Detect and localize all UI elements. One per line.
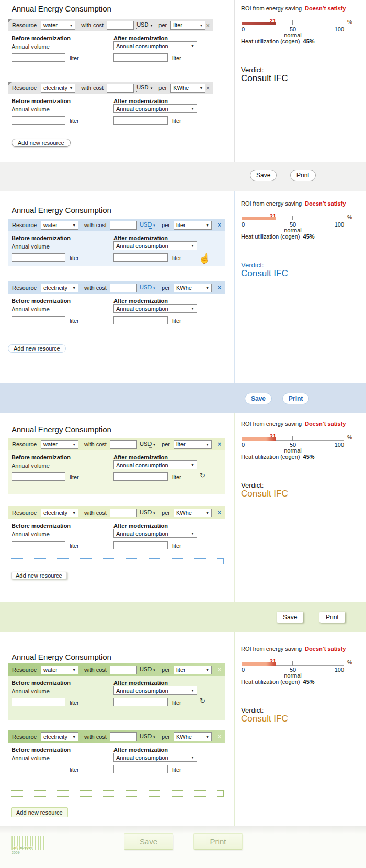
drag-grip-icon[interactable] [8,19,12,22]
before-volume-input[interactable] [12,253,65,262]
after-volume-input[interactable] [113,53,168,62]
unit-select[interactable]: liter ▼ [170,21,205,30]
add-resource-button[interactable]: Add new resource [12,139,71,147]
unit-select[interactable]: liter ▼ [174,666,212,674]
drag-grip-icon[interactable] [8,82,12,85]
resource-select[interactable]: water ▼ [41,221,78,230]
studio-logo-text: art. lebedev [13,846,33,849]
resource-label: Resource [12,22,37,28]
close-icon[interactable]: × [218,734,221,740]
currency-select[interactable]: USD ▼ [136,21,153,29]
add-resource-button[interactable]: Add new resource [8,344,66,353]
close-icon[interactable]: × [205,22,210,29]
close-icon[interactable]: × [218,510,221,516]
volume-unit-label: liter [70,766,79,773]
chevron-down-icon: ▼ [191,689,195,692]
add-resource-button[interactable]: Add new resource [11,572,67,579]
cost-input[interactable] [110,509,137,517]
close-icon[interactable]: × [218,441,221,447]
save-button[interactable]: Save [277,612,303,623]
save-button[interactable]: Save [124,833,173,850]
resource-select[interactable]: water ▼ [41,21,75,30]
actions-bar-green: Save Print [0,602,366,632]
currency-select[interactable]: USD ▼ [140,441,156,448]
resource-block-electricity: Resource electricity ▼ with cost USD ▼ p… [8,281,225,330]
before-volume-input[interactable] [12,698,65,706]
roi-line: ROI from energy saving Doesn’t satisfy [241,421,346,427]
print-button[interactable]: Print [319,612,345,623]
unit-select[interactable]: KWhe ▼ [174,732,212,741]
unit-select[interactable]: KWhe ▼ [174,284,212,292]
before-volume-input[interactable] [12,316,65,324]
before-volume-input[interactable] [12,472,65,481]
chevron-down-icon: ▼ [72,223,76,227]
before-volume-input[interactable] [12,541,65,549]
currency-select[interactable]: USD ▼ [136,84,153,92]
volume-unit-label: liter [172,543,181,549]
resource-select[interactable]: electricity ▼ [41,509,78,517]
after-volume-input[interactable] [113,253,168,262]
after-heading: After modernization [113,35,168,41]
after-volume-input[interactable] [113,116,168,125]
resource-select[interactable]: electricity ▼ [41,84,75,93]
save-button[interactable]: Save [245,393,272,404]
cost-input[interactable] [110,221,137,230]
after-volume-input[interactable] [113,316,168,324]
cost-input[interactable] [110,732,137,741]
close-icon[interactable]: × [218,285,221,291]
add-resource-button[interactable]: Add new resource [11,807,68,817]
after-consumption-select[interactable]: Annual consumption ▼ [113,41,197,50]
resource-label: Resource [12,85,37,91]
cost-input[interactable] [110,666,137,674]
roi-status: Doesn’t satisfy [305,421,346,427]
before-volume-input[interactable] [12,53,65,62]
unit-select[interactable]: KWhe ▼ [170,84,205,93]
resource-select[interactable]: water ▼ [41,666,78,674]
currency-select[interactable]: USD ▼ [140,509,156,516]
resource-select[interactable]: water ▼ [41,440,78,449]
before-volume-input[interactable] [12,765,65,773]
close-icon[interactable]: × [218,667,221,673]
after-consumption-select[interactable]: Annual consumption ▼ [113,304,197,313]
after-volume-input[interactable] [113,698,168,706]
after-consumption-select[interactable]: Annual consumption ▼ [113,753,197,762]
drop-placeholder[interactable] [8,558,224,565]
chevron-down-icon: ▼ [205,223,209,227]
after-consumption-select[interactable]: Annual consumption ▼ [113,460,197,469]
save-button[interactable]: Save [250,170,277,181]
currency-value: USD [140,666,152,673]
unit-select[interactable]: liter ▼ [174,440,212,449]
close-icon[interactable]: × [205,85,210,92]
before-volume-input[interactable] [12,116,65,125]
resource-select[interactable]: electricity ▼ [41,284,78,292]
after-consumption-value: Annual consumption [116,754,168,761]
after-consumption-select[interactable]: Annual consumption ▼ [113,241,197,250]
print-button[interactable]: Print [282,393,309,404]
gauge-min: 0 [242,442,245,448]
currency-select[interactable]: USD ▼ [140,666,156,673]
after-volume-input[interactable] [113,472,168,481]
cost-input[interactable] [110,284,137,292]
currency-select[interactable]: USD ▼ [140,733,156,740]
hand-cursor-icon: ☝ [199,253,210,264]
close-icon[interactable]: × [218,222,221,228]
unit-select[interactable]: KWhe ▼ [174,509,212,517]
currency-select[interactable]: USD ▼ [140,284,156,291]
drop-placeholder[interactable] [8,790,224,797]
cost-input[interactable] [107,21,134,30]
refresh-icon[interactable]: ↻ [200,697,205,705]
after-consumption-select[interactable]: Annual consumption ▼ [113,529,197,538]
cost-input[interactable] [107,84,134,93]
print-button[interactable]: Print [193,833,243,850]
after-consumption-select[interactable]: Annual consumption ▼ [113,104,197,113]
after-volume-input[interactable] [113,765,168,773]
after-consumption-select[interactable]: Annual consumption ▼ [113,686,197,695]
cost-input[interactable] [110,440,137,449]
after-volume-input[interactable] [113,541,168,549]
refresh-icon[interactable]: ↻ [200,471,205,479]
currency-select[interactable]: USD ▼ [140,221,156,229]
unit-select[interactable]: liter ▼ [174,221,212,230]
print-button[interactable]: Print [290,170,316,181]
resource-select[interactable]: electricity ▼ [41,732,78,741]
panel-divider [234,632,235,826]
